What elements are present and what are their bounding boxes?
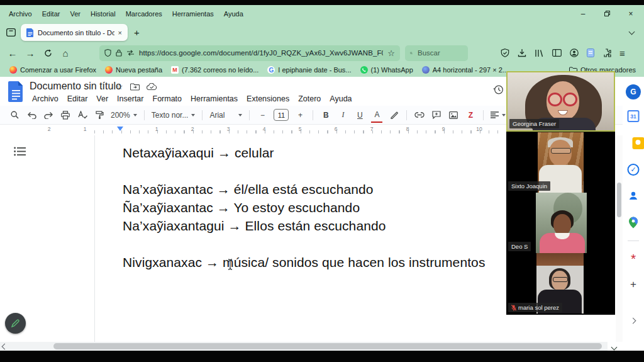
https-lock-icon[interactable] [116, 49, 122, 57]
font-size-field[interactable]: 11 [274, 109, 289, 121]
maps-icon[interactable] [629, 217, 638, 229]
document-title[interactable]: Documento sin título [30, 81, 121, 92]
bookmark-item[interactable]: (1) WhatsApp [356, 65, 418, 75]
bookmark-item[interactable]: Nueva pestaña [101, 65, 167, 75]
undo-icon[interactable] [26, 108, 37, 122]
bookmark-item[interactable]: Comenzar a usar Firefox [5, 65, 101, 75]
highlight-button[interactable] [388, 108, 399, 122]
ruler-number: 9 [442, 126, 445, 132]
docs-menu-ayuda[interactable]: Ayuda [325, 93, 356, 105]
home-button[interactable]: ⌂ [57, 45, 74, 61]
zotero-addon-icon[interactable]: * [631, 256, 636, 263]
tasks-icon[interactable]: ✓ [628, 164, 640, 176]
collapse-panel-icon[interactable] [630, 318, 636, 324]
forward-button[interactable]: → [21, 45, 39, 61]
font-size-increase[interactable]: + [294, 108, 306, 122]
bookmark-item[interactable]: GI epiphanie date - Bus... [263, 65, 355, 75]
redo-icon[interactable] [43, 108, 54, 122]
get-addons-icon[interactable]: + [630, 278, 636, 291]
close-button[interactable]: × [619, 9, 643, 18]
participant-tile[interactable]: maria sol perez [506, 253, 615, 314]
scroll-left-icon[interactable] [2, 343, 8, 349]
font-select[interactable]: Arial [209, 108, 242, 122]
spellcheck-icon[interactable] [77, 108, 88, 122]
contacts-icon[interactable] [628, 190, 639, 201]
document-outline-icon[interactable] [14, 147, 26, 156]
docs-menu-archivo[interactable]: Archivo [28, 93, 63, 105]
search-input[interactable] [416, 48, 463, 57]
docs-menu-zotero[interactable]: Zotero [294, 93, 325, 105]
bookmark-star-icon[interactable]: ☆ [387, 48, 395, 58]
bookmark-item[interactable]: M(7.362 correos no leído... [167, 65, 263, 75]
zoom-select[interactable]: 200% [111, 108, 137, 122]
bold-button[interactable]: B [320, 108, 331, 122]
new-tab-button[interactable]: + [134, 27, 140, 38]
downloads-icon[interactable] [518, 48, 526, 57]
url-bar[interactable]: https://docs.google.com/document/d/1fyJ0… [99, 45, 400, 61]
move-folder-icon[interactable] [130, 83, 140, 91]
reload-button[interactable] [39, 45, 57, 61]
account-avatar[interactable]: G [626, 84, 641, 99]
menu-ver[interactable]: Ver [65, 8, 86, 20]
italic-button[interactable]: I [337, 108, 348, 122]
add-comment-icon[interactable] [431, 108, 442, 122]
insert-image-icon[interactable] [448, 108, 459, 122]
insert-link-icon[interactable] [414, 108, 425, 122]
tracking-shield-icon[interactable] [104, 49, 111, 57]
paint-format-icon[interactable] [94, 108, 105, 122]
menu-archivo[interactable]: Archivo [4, 8, 37, 20]
menu-marcadores[interactable]: Marcadores [121, 8, 167, 20]
minimize-button[interactable]: – [571, 9, 595, 18]
browser-tab[interactable]: Documento sin título - Docum × [21, 24, 128, 41]
bookmark-item[interactable]: A4 horizontal - 297 × 2... [418, 65, 513, 75]
docs-logo-icon[interactable] [8, 81, 24, 102]
doc-star-icon[interactable]: ☆ [116, 82, 123, 91]
menu-ayuda[interactable]: Ayuda [219, 8, 248, 20]
addon-page-icon[interactable] [587, 48, 594, 57]
menu-historial[interactable]: Historial [86, 8, 121, 20]
keep-icon[interactable] [632, 137, 644, 149]
app-menu-icon[interactable]: ≡ [619, 48, 625, 59]
docs-menu-extensiones[interactable]: Extensiones [242, 93, 294, 105]
menu-editar[interactable]: Editar [37, 8, 65, 20]
participant-tile[interactable]: Sixto Joaquin [506, 132, 615, 193]
vertical-scrollbar-thumb[interactable] [617, 183, 621, 217]
firefox-view-icon[interactable] [6, 28, 16, 37]
search-menus-icon[interactable] [9, 108, 20, 122]
account-icon[interactable] [570, 48, 579, 57]
indent-marker[interactable] [117, 127, 123, 131]
search-box[interactable] [405, 45, 468, 61]
cloud-status-icon[interactable] [147, 83, 157, 91]
docs-menu-ver[interactable]: Ver [92, 93, 113, 105]
font-size-decrease[interactable]: − [257, 108, 268, 122]
list-tabs-icon[interactable] [629, 29, 635, 35]
docs-menu-herramientas[interactable]: Herramientas [186, 93, 242, 105]
align-icon[interactable] [491, 108, 506, 122]
extensions-puzzle-icon[interactable] [602, 48, 611, 57]
calendar-icon[interactable]: 31 [628, 110, 640, 122]
menu-herramientas[interactable]: Herramientas [167, 8, 219, 20]
docs-menu-insertar[interactable]: Insertar [113, 93, 148, 105]
horizontal-scrollbar-thumb[interactable] [53, 343, 602, 349]
reader-sidebar-icon[interactable] [552, 49, 562, 57]
library-icon[interactable] [535, 49, 544, 57]
permissions-icon[interactable] [126, 50, 135, 56]
participant-tile[interactable]: Deo S [506, 193, 615, 253]
styles-select[interactable]: Texto nor... [152, 108, 196, 122]
tab-close-icon[interactable]: × [118, 29, 122, 37]
version-history-icon[interactable] [493, 84, 504, 95]
vertical-scrollbar[interactable] [616, 135, 623, 342]
underline-button[interactable]: U [354, 108, 365, 122]
docs-menu-editar[interactable]: Editar [63, 93, 92, 105]
docs-menu-formato[interactable]: Formato [148, 93, 187, 105]
back-button[interactable]: ← [4, 45, 21, 61]
protections-badge-icon[interactable] [501, 48, 509, 57]
horizontal-scrollbar[interactable] [0, 342, 608, 351]
text-color-button[interactable]: A [371, 108, 382, 123]
scroll-down-icon[interactable] [611, 344, 618, 351]
restore-button[interactable] [595, 11, 619, 16]
participant-tile[interactable]: Georgina Fraser [506, 71, 615, 132]
print-icon[interactable] [60, 108, 71, 122]
edit-mode-button[interactable] [5, 313, 26, 334]
zotero-toolbar-button[interactable]: Z [465, 108, 476, 122]
